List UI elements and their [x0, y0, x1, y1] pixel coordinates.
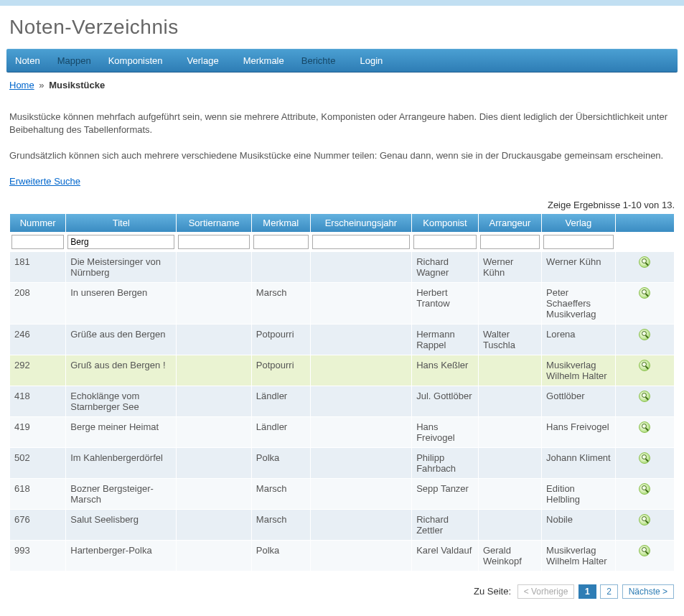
- filter-sortiername[interactable]: [178, 235, 249, 249]
- view-icon[interactable]: [639, 391, 650, 402]
- cell-actions: [616, 479, 674, 509]
- nav-item-verlage[interactable]: Verlage: [179, 50, 228, 72]
- col-header-erscheinungsjahr[interactable]: Erscheinungsjahr: [311, 214, 411, 232]
- pagination: Zu Seite: < Vorherige 1 2 Nächste >: [9, 584, 675, 599]
- table-row: 181Die Meistersinger von NürnbergRichard…: [10, 252, 674, 282]
- cell-arrangeur: [479, 510, 541, 540]
- pagination-prev[interactable]: < Vorherige: [517, 584, 575, 599]
- cell-jahr: [311, 510, 411, 540]
- cell-sortiername: [177, 510, 250, 540]
- col-header-titel[interactable]: Titel: [66, 214, 176, 232]
- cell-arrangeur: Werner Kühn: [479, 252, 541, 282]
- cell-actions: [616, 510, 674, 540]
- cell-actions: [616, 417, 674, 447]
- view-icon[interactable]: [639, 514, 650, 526]
- filter-titel[interactable]: [67, 235, 174, 249]
- cell-merkmal: Polka: [252, 448, 310, 478]
- col-header-merkmal[interactable]: Merkmal: [252, 214, 310, 232]
- cell-sortiername: [177, 325, 250, 355]
- cell-komponist: Karel Valdauf: [412, 541, 478, 571]
- cell-titel: Die Meistersinger von Nürnberg: [66, 252, 176, 282]
- cell-titel: Echoklänge vom Starnberger See: [66, 386, 176, 416]
- cell-titel: Im Kahlenbergerdörfel: [66, 448, 176, 478]
- filter-jahr[interactable]: [312, 235, 410, 249]
- breadcrumb-home[interactable]: Home: [9, 80, 34, 90]
- cell-merkmal: Potpourri: [252, 355, 310, 386]
- view-icon[interactable]: [639, 360, 650, 371]
- view-icon[interactable]: [639, 329, 650, 340]
- cell-jahr: [311, 541, 411, 571]
- cell-komponist: Richard Wagner: [412, 252, 478, 282]
- table-row: 676Salut SeelisbergMarschRichard Zettler…: [10, 510, 674, 540]
- view-icon[interactable]: [639, 483, 650, 495]
- filter-komponist[interactable]: [413, 235, 477, 249]
- cell-titel: Hartenberger-Polka: [66, 541, 176, 571]
- pagination-next[interactable]: Nächste >: [622, 584, 674, 599]
- pagination-page-1[interactable]: 1: [578, 584, 596, 599]
- cell-actions: [616, 386, 674, 416]
- view-icon[interactable]: [639, 421, 650, 433]
- cell-merkmal: Potpourri: [252, 325, 310, 355]
- cell-komponist: Sepp Tanzer: [412, 479, 478, 509]
- cell-verlag: Hans Freivogel: [542, 417, 615, 447]
- view-icon[interactable]: [639, 287, 650, 299]
- cell-nummer: 618: [10, 479, 65, 509]
- breadcrumb-sep: »: [39, 80, 44, 90]
- cell-merkmal: Marsch: [252, 510, 310, 540]
- advanced-search-link[interactable]: Erweiterte Suche: [9, 176, 80, 187]
- cell-titel: In unseren Bergen: [66, 283, 176, 324]
- cell-nummer: 418: [10, 386, 65, 416]
- cell-sortiername: [177, 283, 250, 324]
- table-row: 618Bozner Bergsteiger-MarschMarschSepp T…: [10, 479, 674, 509]
- pagination-page-2[interactable]: 2: [600, 584, 618, 599]
- cell-actions: [616, 355, 674, 386]
- cell-komponist: Hans Keßler: [412, 355, 478, 386]
- nav-item-merkmale[interactable]: Merkmale: [235, 50, 293, 72]
- col-header-arrangeur[interactable]: Arrangeur: [479, 214, 541, 232]
- col-header-nummer[interactable]: Nummer: [10, 214, 65, 232]
- breadcrumb-current: Musikstücke: [49, 80, 105, 90]
- cell-jahr: [311, 355, 411, 386]
- cell-nummer: 208: [10, 283, 65, 324]
- cell-verlag: Lorena: [542, 325, 615, 355]
- col-header-komponist[interactable]: Komponist: [412, 214, 478, 232]
- nav-item-berichte[interactable]: Berichte: [293, 50, 345, 72]
- filter-nummer[interactable]: [11, 235, 64, 249]
- nav-item-mappen[interactable]: Mappen: [49, 50, 100, 72]
- nav-item-noten[interactable]: Noten: [6, 50, 49, 72]
- cell-komponist: Herbert Trantow: [412, 283, 478, 324]
- cell-actions: [616, 283, 674, 324]
- cell-jahr: [311, 479, 411, 509]
- cell-komponist: Hermann Rappel: [412, 325, 478, 355]
- cell-titel: Berge meiner Heimat: [66, 417, 176, 447]
- filter-arrangeur[interactable]: [480, 235, 540, 249]
- cell-arrangeur: [479, 448, 541, 478]
- results-table: Nummer Titel Sortiername Merkmal Erschei…: [9, 213, 675, 571]
- cell-verlag: Edition Helbling: [542, 479, 615, 509]
- cell-verlag: Werner Kühn: [542, 252, 615, 282]
- filter-verlag[interactable]: [543, 235, 614, 249]
- col-header-sortiername[interactable]: Sortiername: [177, 214, 250, 232]
- cell-nummer: 246: [10, 325, 65, 355]
- view-icon[interactable]: [639, 256, 650, 268]
- breadcrumb: Home » Musikstücke: [6, 73, 678, 98]
- table-row: 502Im KahlenbergerdörfelPolkaPhilipp Fah…: [10, 448, 674, 478]
- cell-arrangeur: [479, 283, 541, 324]
- cell-arrangeur: [479, 386, 541, 416]
- nav-item-komponisten[interactable]: Komponisten: [100, 50, 172, 72]
- cell-verlag: Musikverlag Wilhelm Halter: [542, 541, 615, 571]
- col-header-verlag[interactable]: Verlag: [542, 214, 615, 232]
- cell-verlag: Musikverlag Wilhelm Halter: [542, 355, 615, 386]
- nav-item-login[interactable]: Login: [351, 50, 391, 72]
- cell-komponist: Jul. Gottlöber: [412, 386, 478, 416]
- view-icon[interactable]: [639, 545, 650, 556]
- view-icon[interactable]: [639, 452, 650, 464]
- cell-arrangeur: [479, 355, 541, 386]
- cell-titel: Gruß aus den Bergen !: [66, 355, 176, 386]
- pagination-label: Zu Seite:: [474, 586, 511, 597]
- main-nav: NotenMappenKomponistenVerlageMerkmaleBer…: [6, 49, 678, 73]
- cell-nummer: 993: [10, 541, 65, 571]
- cell-titel: Grüße aus den Bergen: [66, 325, 176, 355]
- cell-arrangeur: [479, 479, 541, 509]
- filter-merkmal[interactable]: [253, 235, 309, 249]
